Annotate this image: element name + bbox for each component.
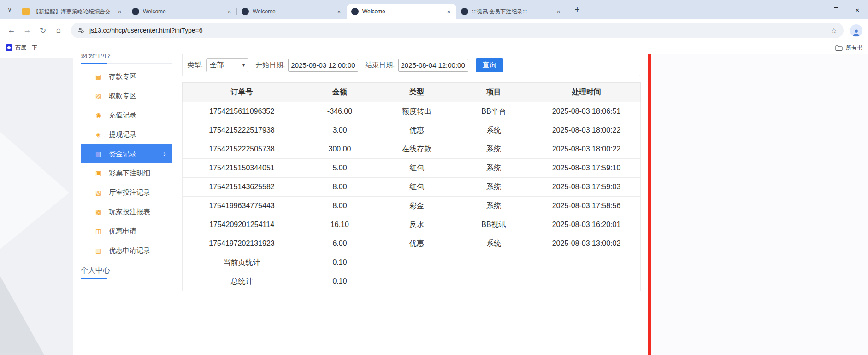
all-bookmarks-button[interactable]: 所有书: [828, 44, 862, 52]
recharge-coin-icon: ◉: [94, 111, 102, 119]
cell-type: 反水: [378, 215, 455, 234]
page-content: 财务中心 ▤ 存款专区 ▨ 取款专区 ◉ 充值记录 ◈ 提现记录: [0, 54, 868, 355]
new-tab-button[interactable]: +: [571, 3, 584, 16]
col-header-type: 类型: [378, 83, 455, 102]
table-row: 1754215222517938 3.00 优惠 系统 2025-08-03 1…: [183, 121, 641, 140]
search-button[interactable]: 查询: [476, 58, 503, 72]
close-button[interactable]: ×: [847, 0, 868, 19]
col-header-process-time: 处理时间: [532, 83, 641, 102]
sidebar: 财务中心 ▤ 存款专区 ▨ 取款专区 ◉ 充值记录 ◈ 提现记录: [81, 54, 172, 279]
type-select[interactable]: 全部 ▾: [206, 58, 248, 72]
cell-amount: 0.10: [301, 272, 378, 291]
sidebar-item-label: 取款专区: [109, 92, 136, 100]
cell-order-no: 1754199634775443: [183, 197, 301, 215]
tab-close-icon[interactable]: ×: [555, 8, 562, 16]
sidebar-section-finance: 财务中心: [81, 54, 172, 64]
cell-project: 系统: [455, 197, 532, 215]
cell-time: 2025-08-03 17:58:56: [532, 197, 641, 215]
sidebar-section-personal: 个人中心: [81, 266, 172, 279]
cell-order-no: 1754209201254114: [183, 215, 301, 234]
cell-order-no: 1754215150344051: [183, 159, 301, 178]
tab-3[interactable]: Welcome ×: [237, 4, 347, 19]
col-header-project: 项目: [455, 83, 532, 102]
cell-time: 2025-08-03 17:59:03: [532, 178, 641, 197]
sidebar-item-label: 厅室投注记录: [109, 188, 150, 197]
cell-project: 系统: [455, 178, 532, 197]
promo-apply-icon: ◫: [94, 227, 102, 235]
tab-title: Welcome: [143, 8, 222, 15]
sidebar-item-lottery-bet-detail[interactable]: ▣ 彩票下注明细: [81, 163, 172, 183]
cell-time: 2025-08-03 18:06:51: [532, 102, 641, 121]
bookmark-baidu[interactable]: 百度一下: [6, 44, 37, 52]
end-date-label: 结束日期:: [365, 61, 395, 70]
back-button[interactable]: ←: [4, 23, 19, 38]
tab-close-icon[interactable]: ×: [225, 8, 233, 16]
tab-close-icon[interactable]: ×: [445, 8, 453, 16]
end-date-input[interactable]: [398, 59, 468, 72]
page-scrollbar[interactable]: [648, 54, 651, 355]
sidebar-item-promo-apply[interactable]: ◫ 优惠申请: [81, 221, 172, 241]
decorative-triangle: [0, 276, 44, 355]
tab-2[interactable]: Welcome ×: [127, 4, 237, 19]
tab-close-icon[interactable]: ×: [335, 8, 343, 16]
tab-5[interactable]: :::视讯 会员下注纪录::: ×: [456, 4, 566, 19]
cell-type: 额度转出: [378, 102, 455, 121]
promo-record-icon: ▥: [94, 247, 102, 254]
cell-order-no: 1754197202131923: [183, 234, 301, 253]
sidebar-item-promo-apply-records[interactable]: ▥ 优惠申请记录: [81, 241, 172, 260]
sidebar-menu: ▤ 存款专区 ▨ 取款专区 ◉ 充值记录 ◈ 提现记录 ▦ 资金记录: [81, 67, 172, 260]
withdraw-hand-icon: ▨: [94, 92, 102, 99]
tab-close-icon[interactable]: ×: [116, 8, 124, 16]
refresh-button[interactable]: ↻: [35, 23, 51, 38]
forward-button[interactable]: →: [19, 23, 35, 38]
cell-amount: -346.00: [301, 102, 378, 121]
address-bar[interactable]: js13.cc/hhcp/usercenter.html?iniType=6 ☆: [71, 23, 844, 38]
tab-favicon: [351, 8, 359, 15]
records-table: 订单号 金额 类型 项目 处理时间 1754215611096352 -346.…: [182, 82, 641, 291]
sidebar-item-player-bet-report[interactable]: ▩ 玩家投注报表: [81, 202, 172, 221]
table-header-row: 订单号 金额 类型 项目 处理时间: [183, 83, 641, 102]
cell-type: 红包: [378, 159, 455, 178]
start-date-input[interactable]: [288, 59, 358, 72]
cell-amount: 16.10: [301, 215, 378, 234]
url-text[interactable]: js13.cc/hhcp/usercenter.html?iniType=6: [89, 27, 826, 34]
cell-project: 系统: [455, 140, 532, 159]
cell-amount: 8.00: [301, 197, 378, 215]
cell-type: 红包: [378, 178, 455, 197]
sidebar-item-deposit-zone[interactable]: ▤ 存款专区: [81, 67, 172, 86]
cell-empty: [532, 272, 641, 291]
minimize-button[interactable]: –: [804, 0, 826, 19]
all-bookmarks-label: 所有书: [846, 44, 862, 52]
table-row-page-total: 当前页统计 0.10: [183, 253, 641, 272]
start-date-label: 开始日期:: [255, 61, 285, 70]
tab-favicon: [242, 8, 249, 15]
bookmarks-bar: 百度一下 所有书: [0, 41, 868, 54]
sidebar-item-hall-bet-records[interactable]: ▧ 厅室投注记录: [81, 183, 172, 202]
tab-4-active[interactable]: Welcome ×: [347, 4, 456, 19]
sidebar-item-recharge-records[interactable]: ◉ 充值记录: [81, 105, 172, 125]
sidebar-item-funds-records[interactable]: ▦ 资金记录 ›: [81, 144, 172, 163]
section-title: 财务中心: [81, 54, 172, 59]
site-settings-icon[interactable]: [77, 27, 85, 34]
tab-favicon: [132, 8, 139, 15]
sidebar-item-withdraw-zone[interactable]: ▨ 取款专区: [81, 86, 172, 105]
divider: [828, 44, 828, 52]
sidebar-item-label: 玩家投注报表: [109, 208, 150, 216]
decorative-triangle: [0, 132, 69, 249]
tab-search-chevron-icon[interactable]: ∨: [4, 4, 16, 16]
home-button[interactable]: ⌂: [51, 23, 66, 38]
cell-amount: 0.10: [301, 253, 378, 272]
deposit-card-icon: ▤: [94, 73, 102, 80]
maximize-button[interactable]: [826, 0, 847, 19]
cell-type: 优惠: [378, 121, 455, 140]
sidebar-item-label: 资金记录: [109, 150, 136, 158]
profile-avatar[interactable]: [850, 24, 862, 37]
cell-amount: 6.00: [301, 234, 378, 253]
tab-1[interactable]: 【新提醒】海燕策略论坛综合交 ×: [18, 4, 127, 19]
cell-empty: [378, 272, 455, 291]
cell-amount: 8.00: [301, 178, 378, 197]
bookmark-star-icon[interactable]: ☆: [831, 26, 837, 35]
chevron-right-icon: ›: [163, 149, 166, 158]
withdrawal-record-icon: ◈: [94, 131, 102, 138]
sidebar-item-withdrawal-records[interactable]: ◈ 提现记录: [81, 125, 172, 144]
